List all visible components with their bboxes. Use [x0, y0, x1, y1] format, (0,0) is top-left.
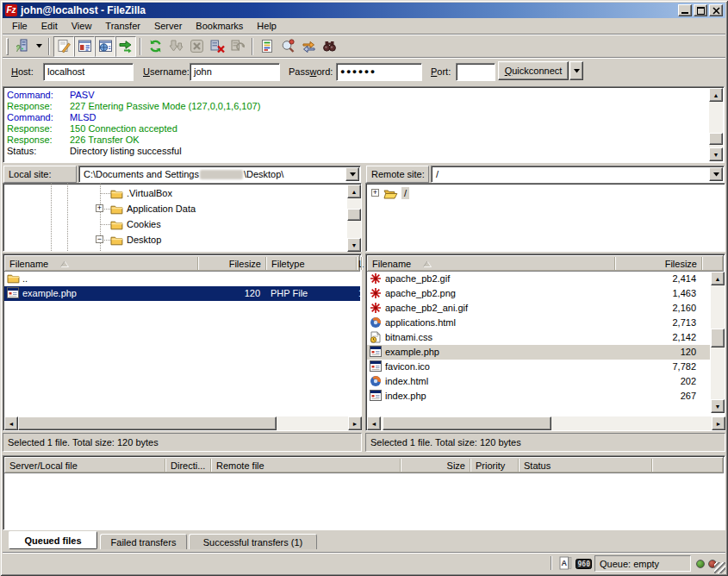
tree-expander-collapse[interactable]: −: [96, 235, 103, 243]
port-input[interactable]: [456, 63, 495, 81]
toggle-message-log-button[interactable]: [53, 36, 74, 57]
queue-column-header-size[interactable]: Size: [401, 457, 470, 473]
local-site-path-combo[interactable]: C:\Documents and Settings\Desktop\: [78, 166, 361, 183]
local-tree-scrollbar-up-button[interactable]: ▲: [347, 185, 361, 198]
file-row[interactable]: index.php267: [367, 389, 710, 404]
file-row[interactable]: index.html202: [367, 374, 710, 389]
message-log-scrollbar-down-button[interactable]: ▼: [709, 147, 723, 161]
file-row[interactable]: apache_pb2.png1,463: [367, 286, 710, 301]
maximize-button[interactable]: [694, 4, 707, 16]
quickconnect-dropdown-button[interactable]: [569, 61, 583, 80]
column-divider[interactable]: [651, 459, 653, 472]
tree-item[interactable]: Cookies: [110, 216, 161, 232]
queue-column-header-serverlocalfile[interactable]: Server/Local file: [4, 457, 165, 473]
local-tree-scrollbar-down-button[interactable]: ▼: [347, 238, 361, 252]
file-row[interactable]: example.php120PHP File1: [4, 286, 360, 301]
message-log-scrollbar-track[interactable]: [709, 102, 723, 147]
local-tree-scrollbar-track[interactable]: [347, 198, 361, 238]
transfer-type-indicator[interactable]: A: [559, 556, 572, 570]
local-list-hscrollbar-right-button[interactable]: ►: [348, 416, 362, 430]
file-row[interactable]: example.php120: [367, 345, 710, 360]
host-input[interactable]: localhost: [43, 63, 134, 81]
toggle-transfer-queue-button[interactable]: [115, 36, 136, 57]
file-row[interactable]: favicon.ico7,782: [367, 360, 710, 374]
local-column-header-filesize[interactable]: Filesize: [198, 255, 266, 272]
local-column-header-filetype[interactable]: Filetype: [266, 255, 357, 272]
title-bar: Fz john@localhost - FileZilla: [3, 3, 725, 18]
column-divider[interactable]: [701, 257, 703, 270]
folder-icon: [110, 219, 123, 230]
toggle-remote-tree-button[interactable]: [95, 36, 115, 57]
quickconnect-button[interactable]: Quickconnect: [498, 61, 569, 80]
process-queue-button[interactable]: [165, 36, 186, 57]
tree-expander-expand[interactable]: +: [96, 204, 103, 212]
local-tree-scrollbar-thumb[interactable]: [347, 209, 361, 221]
remote-list-vscrollbar-up-button[interactable]: ▲: [711, 272, 725, 285]
remote-column-header-filesize[interactable]: Filesize: [615, 255, 702, 272]
cancel-operation-button[interactable]: [186, 36, 207, 57]
message-log-scrollbar-thumb[interactable]: [709, 133, 723, 145]
file-row[interactable]: apache_pb2.gif2,414: [367, 272, 710, 286]
local-column-header-filename[interactable]: Filename: [4, 255, 198, 272]
speed-limits-indicator[interactable]: 960: [576, 559, 592, 569]
tree-item[interactable]: Application Data: [110, 201, 196, 216]
menu-bookmarks[interactable]: Bookmarks: [189, 19, 250, 33]
file-row[interactable]: bitnami.css2,142: [367, 330, 710, 345]
folder-icon: [7, 272, 20, 284]
password-input[interactable]: ●●●●●●: [336, 63, 422, 81]
disconnect-button[interactable]: [207, 36, 227, 57]
local-list-hscrollbar-left-button[interactable]: ◄: [4, 416, 18, 430]
queue-column-header-directi[interactable]: Directi...: [165, 457, 211, 473]
queue-column-header-status[interactable]: Status: [519, 457, 652, 473]
remote-list-hscrollbar-right-button[interactable]: ►: [712, 416, 725, 430]
remote-list-hscrollbar-track[interactable]: [381, 416, 712, 430]
remote-list-vscrollbar-thumb[interactable]: [711, 329, 725, 347]
tab-failed-transfers[interactable]: Failed transfers: [100, 534, 187, 549]
toggle-local-tree-button[interactable]: [74, 36, 95, 57]
find-files-button[interactable]: [319, 36, 339, 57]
remote-list-vscrollbar-down-button[interactable]: ▼: [711, 399, 725, 413]
username-input[interactable]: john: [190, 63, 280, 81]
close-button[interactable]: [709, 4, 723, 16]
tree-expander-expand[interactable]: +: [371, 189, 379, 197]
remote-list-vscrollbar: ▲▼: [711, 272, 725, 413]
site-manager-dropdown-button[interactable]: [33, 36, 45, 57]
site-manager-button[interactable]: [12, 36, 33, 57]
toolbar-grip[interactable]: [6, 38, 9, 55]
menu-transfer[interactable]: Transfer: [98, 19, 147, 33]
file-row[interactable]: applications.html2,713: [367, 316, 710, 330]
remote-site-dropdown-button[interactable]: [709, 167, 723, 181]
queue-column-header-priority[interactable]: Priority: [470, 457, 519, 473]
column-divider[interactable]: [361, 257, 363, 270]
synchronized-browsing-button[interactable]: [298, 36, 319, 57]
local-site-dropdown-button[interactable]: [345, 167, 359, 181]
menu-view[interactable]: View: [65, 19, 99, 33]
tree-item[interactable]: .VirtualBox: [110, 185, 172, 201]
menu-server[interactable]: Server: [147, 19, 189, 33]
resize-grip[interactable]: [714, 562, 725, 573]
file-row[interactable]: ..: [4, 272, 360, 286]
tab-successful-transfers-[interactable]: Successful transfers (1): [189, 534, 317, 549]
tab-queued-files[interactable]: Queued files: [9, 531, 97, 549]
file-row[interactable]: apache_pb2_ani.gif2,160: [367, 301, 710, 316]
remote-list-hscrollbar-left-button[interactable]: ◄: [367, 416, 381, 430]
minimize-button[interactable]: [678, 4, 692, 16]
remote-list-vscrollbar-track[interactable]: [711, 285, 725, 399]
directory-comparison-button[interactable]: [277, 36, 298, 57]
queue-column-header-remotefile[interactable]: Remote file: [211, 457, 401, 473]
message-log-scrollbar-up-button[interactable]: ▲: [709, 88, 723, 102]
remote-site-path-combo[interactable]: /: [431, 166, 725, 183]
toggle-local-tree-icon: [78, 39, 92, 53]
refresh-button[interactable]: [145, 36, 165, 57]
remote-column-header-filename[interactable]: Filename: [367, 255, 615, 272]
tree-item[interactable]: /: [383, 185, 409, 201]
menu-file[interactable]: File: [5, 19, 34, 33]
menu-edit[interactable]: Edit: [34, 19, 65, 33]
remote-list-hscrollbar-thumb[interactable]: [383, 416, 551, 430]
tree-item[interactable]: Desktop: [110, 232, 161, 247]
reconnect-button[interactable]: [227, 36, 248, 57]
directory-filter-button[interactable]: [257, 36, 277, 57]
local-list-hscrollbar-track[interactable]: [18, 416, 348, 430]
local-list-hscrollbar-thumb[interactable]: [18, 416, 277, 430]
menu-help[interactable]: Help: [250, 19, 283, 33]
